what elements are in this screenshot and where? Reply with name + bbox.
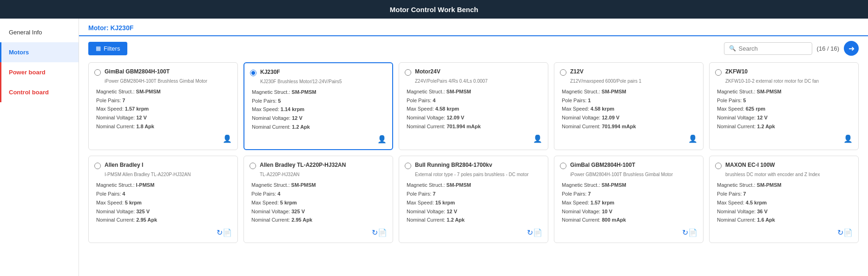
refresh-icon[interactable]: ↻ bbox=[837, 228, 843, 237]
field-label: Max Speed: bbox=[562, 106, 591, 112]
field-label: Magnetic Struct.: bbox=[407, 89, 447, 94]
motor-card-card-z12v[interactable]: Z12V Z12V/maxspeed 6000/Pole pairs 1 Mag… bbox=[554, 62, 704, 150]
field-label: Max Speed: bbox=[251, 200, 280, 205]
field-label: Pole Pairs: bbox=[407, 191, 433, 197]
refresh-icon[interactable]: ↻ bbox=[682, 228, 688, 237]
card-fields: Magnetic Struct.: SM-PMSMPole Pairs: 4Ma… bbox=[250, 181, 387, 224]
field-value: 1.2 Apk bbox=[447, 217, 465, 223]
card-fields: Magnetic Struct.: SM-PMSMPole Pairs: 5Ma… bbox=[715, 87, 853, 131]
card-radio[interactable] bbox=[405, 69, 411, 76]
field-value: 701.994 mApk bbox=[602, 124, 636, 129]
motor-card-card-gimbal2[interactable]: GimBal GBM2804H-100T iPower GBM2804H-100… bbox=[554, 156, 704, 243]
field-value: 1.2 Apk bbox=[292, 124, 310, 130]
motor-card-card-kj230f[interactable]: KJ230F KJ230F Brushless Motor/12-24V/Pai… bbox=[243, 62, 393, 150]
sidebar-item-motors[interactable]: Motors bbox=[0, 42, 79, 62]
field-value: 800 mApk bbox=[602, 217, 626, 223]
field-label: Max Speed: bbox=[252, 106, 281, 112]
user-icon[interactable]: 👤 bbox=[533, 134, 542, 143]
field-value: 7 bbox=[743, 191, 746, 197]
search-input[interactable] bbox=[739, 45, 804, 52]
field-value: I-PMSM bbox=[136, 182, 155, 188]
field-value: SM-PMSM bbox=[757, 182, 782, 188]
field-value: 7 bbox=[433, 191, 435, 197]
card-radio[interactable] bbox=[94, 163, 101, 169]
motor-card-card-bull-running[interactable]: Bull Running BR2804-1700kv External roto… bbox=[399, 156, 548, 243]
doc-icon[interactable]: 📄 bbox=[843, 228, 853, 237]
card-radio[interactable] bbox=[405, 163, 411, 169]
field-label: Pole Pairs: bbox=[562, 191, 588, 197]
card-subtitle: brushless DC motor with encoder and Z In… bbox=[715, 172, 853, 177]
user-icon[interactable]: 👤 bbox=[377, 135, 387, 144]
doc-icon[interactable]: 📄 bbox=[533, 228, 542, 237]
card-radio[interactable] bbox=[715, 69, 722, 76]
export-button[interactable]: ➜ bbox=[844, 41, 859, 56]
user-icon[interactable]: 👤 bbox=[223, 134, 232, 143]
card-subtitle: Z24V/PolePairs 4/Rs 0.4/Ls 0.0007 bbox=[405, 79, 542, 84]
card-fields: Magnetic Struct.: SM-PMSMPole Pairs: 7Ma… bbox=[715, 181, 853, 224]
sidebar-item-power-board[interactable]: Power board bbox=[0, 62, 79, 82]
card-title: GimBal GBM2804H-100T bbox=[105, 68, 170, 76]
field-value: SM-PMSM bbox=[447, 182, 471, 188]
motor-card-card-maxon[interactable]: MAXON EC-I 100W brushless DC motor with … bbox=[709, 156, 859, 243]
motor-card-card-allen-bradley-tl[interactable]: Allen Bradley TL-A220P-HJ32AN TL-A220P-H… bbox=[243, 156, 393, 243]
field-value: 12.09 V bbox=[602, 115, 619, 120]
field-label: Magnetic Struct.: bbox=[251, 182, 291, 188]
search-box: 🔍 bbox=[724, 42, 812, 55]
motor-card-card-allen-bradley-i[interactable]: Allen Bradley I I-PMSM Allen Bradley TL-… bbox=[88, 156, 238, 243]
field-label: Magnetic Struct.: bbox=[717, 89, 757, 94]
field-label: Max Speed: bbox=[407, 106, 435, 112]
filters-button[interactable]: ▦ Filters bbox=[88, 42, 127, 55]
user-icon[interactable]: 👤 bbox=[843, 134, 853, 143]
field-value: 7 bbox=[588, 191, 591, 197]
refresh-icon[interactable]: ↻ bbox=[217, 228, 223, 237]
doc-icon[interactable]: 📄 bbox=[688, 228, 697, 237]
card-footer: 👤 bbox=[250, 135, 387, 144]
field-value: 12.09 V bbox=[447, 115, 464, 120]
motor-card-card-zkfw10[interactable]: ZKFW10 ZKFW10-10-2 external rotor motor … bbox=[709, 62, 859, 150]
field-value: 36 V bbox=[757, 209, 768, 214]
field-value: 1.14 krpm bbox=[281, 106, 304, 112]
field-label: Nominal Current: bbox=[717, 217, 757, 223]
field-value: 4 bbox=[122, 191, 125, 197]
field-label: Nominal Voltage: bbox=[407, 115, 447, 120]
motor-card-card-gimbal[interactable]: GimBal GBM2804H-100T iPower GBM2804H-100… bbox=[88, 62, 238, 150]
card-radio[interactable] bbox=[560, 163, 566, 169]
field-value: 625 rpm bbox=[746, 106, 765, 112]
search-icon: 🔍 bbox=[729, 45, 736, 52]
card-radio[interactable] bbox=[560, 69, 566, 76]
field-label: Pole Pairs: bbox=[562, 98, 588, 103]
refresh-icon[interactable]: ↻ bbox=[527, 228, 533, 237]
card-radio[interactable] bbox=[250, 163, 256, 169]
main-content: Motor: KJ230F ▦ Filters 🔍 (16 / 16) ➜ bbox=[79, 19, 868, 276]
field-label: Nominal Voltage: bbox=[407, 209, 447, 214]
field-value: 4.5 krpm bbox=[746, 200, 767, 205]
card-fields: Magnetic Struct.: SM-PMSMPole Pairs: 7Ma… bbox=[560, 181, 697, 224]
sidebar-item-control-board[interactable]: Control board bbox=[0, 82, 79, 102]
field-label: Nominal Voltage: bbox=[562, 115, 602, 120]
card-title: Allen Bradley TL-A220P-HJ32AN bbox=[260, 162, 346, 169]
field-label: Nominal Current: bbox=[407, 124, 447, 129]
refresh-icon[interactable]: ↻ bbox=[372, 228, 378, 237]
doc-icon[interactable]: 📄 bbox=[223, 228, 232, 237]
card-footer: 👤 bbox=[405, 134, 542, 143]
field-value: 1.2 Apk bbox=[757, 124, 775, 129]
card-fields: Magnetic Struct.: SM-PMSMPole Pairs: 7Ma… bbox=[405, 181, 542, 224]
motor-card-card-motor24v[interactable]: Motor24V Z24V/PolePairs 4/Rs 0.4/Ls 0.00… bbox=[399, 62, 548, 150]
card-title: KJ230F bbox=[260, 69, 280, 76]
filter-icon: ▦ bbox=[96, 45, 101, 52]
sidebar-item-general-info[interactable]: General Info bbox=[0, 22, 79, 42]
field-label: Magnetic Struct.: bbox=[562, 182, 602, 188]
card-footer: 👤 bbox=[560, 134, 697, 143]
card-title: Bull Running BR2804-1700kv bbox=[415, 162, 492, 169]
card-radio[interactable] bbox=[94, 69, 101, 76]
field-value: 4 bbox=[433, 98, 435, 103]
card-fields: Magnetic Struct.: SM-PMSMPole Pairs: 4Ma… bbox=[405, 87, 542, 131]
card-subtitle: ZKFW10-10-2 external rotor motor for DC … bbox=[715, 79, 853, 84]
user-icon[interactable]: 👤 bbox=[688, 134, 697, 143]
doc-icon[interactable]: 📄 bbox=[378, 228, 387, 237]
card-radio[interactable] bbox=[715, 163, 722, 169]
field-label: Nominal Current: bbox=[96, 217, 136, 223]
field-label: Max Speed: bbox=[717, 200, 746, 205]
card-radio[interactable] bbox=[250, 70, 256, 76]
field-label: Pole Pairs: bbox=[96, 98, 122, 103]
